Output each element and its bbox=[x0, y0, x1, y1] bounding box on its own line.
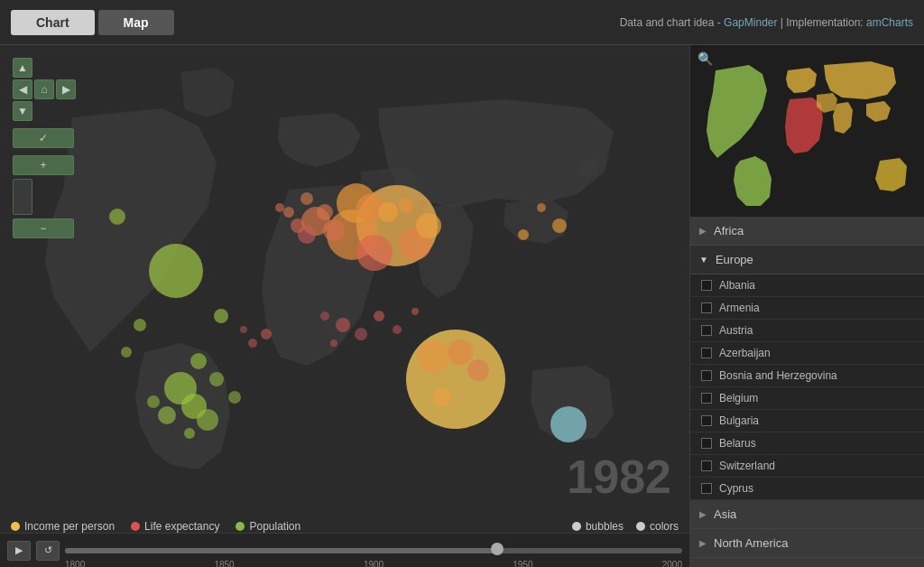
bubbles-label: bubbles bbox=[586, 520, 624, 533]
bubble[interactable] bbox=[109, 209, 125, 225]
pan-left-button[interactable]: ◀ bbox=[13, 79, 32, 99]
list-item[interactable]: Switzerland bbox=[690, 455, 924, 478]
tl-label-1800: 1800 bbox=[65, 560, 85, 568]
bubble[interactable] bbox=[214, 309, 228, 323]
bubble[interactable] bbox=[393, 325, 402, 334]
country-checkbox[interactable] bbox=[701, 415, 712, 426]
country-checkbox[interactable] bbox=[701, 302, 712, 313]
country-checkbox[interactable] bbox=[701, 393, 712, 404]
timeline-slider[interactable]: 1800 1850 1900 1950 2000 bbox=[65, 546, 682, 555]
bubble[interactable] bbox=[433, 388, 451, 406]
pan-down-button[interactable]: ▼ bbox=[13, 101, 32, 121]
bubble[interactable] bbox=[356, 235, 393, 271]
legend-right: bubbles colors bbox=[572, 520, 679, 533]
country-checkbox[interactable] bbox=[701, 348, 712, 358]
play-button[interactable]: ▶ bbox=[7, 541, 31, 561]
bubble[interactable] bbox=[467, 359, 489, 381]
bubble[interactable] bbox=[323, 219, 345, 241]
bubble[interactable] bbox=[121, 347, 132, 358]
bubble[interactable] bbox=[518, 229, 529, 240]
bubble[interactable] bbox=[355, 328, 367, 340]
bubble[interactable] bbox=[537, 203, 546, 212]
bubble[interactable] bbox=[417, 340, 449, 373]
pan-right-button[interactable]: ▶ bbox=[56, 79, 76, 99]
timeline-labels: 1800 1850 1900 1950 2000 bbox=[65, 557, 682, 568]
population-dot bbox=[236, 522, 245, 531]
country-name: Albania bbox=[719, 279, 755, 292]
country-checkbox[interactable] bbox=[701, 280, 712, 291]
bubble[interactable] bbox=[550, 406, 587, 442]
country-checkbox[interactable] bbox=[701, 438, 712, 449]
list-item[interactable]: Bulgaria bbox=[690, 410, 924, 432]
region-africa[interactable]: ▶ Africa bbox=[690, 217, 924, 246]
bubble[interactable] bbox=[330, 339, 337, 347]
list-item[interactable]: Albania bbox=[690, 274, 924, 297]
bubble[interactable] bbox=[190, 353, 207, 369]
bubble[interactable] bbox=[552, 218, 567, 233]
bubble[interactable] bbox=[197, 409, 218, 431]
list-item[interactable]: Belarus bbox=[690, 432, 924, 455]
list-item[interactable]: Armenia bbox=[690, 297, 924, 320]
amcharts-link[interactable]: amCharts bbox=[866, 16, 913, 29]
list-item[interactable]: Azerbaijan bbox=[690, 342, 924, 365]
country-checkbox[interactable] bbox=[701, 483, 712, 494]
list-item[interactable]: Bosnia and Herzegovina bbox=[690, 365, 924, 387]
bubble[interactable] bbox=[134, 319, 146, 331]
region-south-america[interactable]: ▶ South America bbox=[690, 558, 924, 567]
bubble[interactable] bbox=[275, 203, 284, 212]
country-checkbox[interactable] bbox=[701, 460, 712, 471]
bubble[interactable] bbox=[378, 202, 398, 222]
life-label: Life expectancy bbox=[144, 520, 219, 533]
tab-map[interactable]: Map bbox=[98, 10, 174, 35]
region-asia[interactable]: ▶ Asia bbox=[690, 500, 924, 529]
bubble[interactable] bbox=[158, 406, 176, 424]
map-area[interactable]: ▲ ◀ ⌂ ▶ ▼ ✓ + − bbox=[0, 45, 689, 567]
repeat-button[interactable]: ↺ bbox=[36, 541, 60, 561]
bubble[interactable] bbox=[248, 339, 257, 348]
country-checkbox[interactable] bbox=[701, 370, 712, 381]
bubble[interactable] bbox=[209, 372, 224, 386]
bubbles-dot bbox=[572, 522, 581, 531]
list-item[interactable]: Austria bbox=[690, 320, 924, 342]
home-button[interactable]: ⌂ bbox=[34, 79, 54, 99]
bubble[interactable] bbox=[240, 326, 247, 333]
bubble[interactable] bbox=[448, 339, 473, 365]
timeline-track bbox=[65, 548, 682, 553]
zoom-in-button[interactable]: + bbox=[13, 155, 74, 175]
bubble[interactable] bbox=[228, 391, 241, 404]
country-checkbox[interactable] bbox=[701, 325, 712, 336]
timeline-thumb[interactable] bbox=[491, 543, 504, 555]
colors-label: colors bbox=[650, 520, 679, 533]
bubble[interactable] bbox=[291, 218, 305, 233]
africa-label: Africa bbox=[714, 224, 744, 237]
country-name: Bulgaria bbox=[719, 414, 759, 427]
tab-chart[interactable]: Chart bbox=[11, 10, 95, 35]
bubble[interactable] bbox=[147, 395, 160, 408]
bubble[interactable] bbox=[399, 199, 413, 213]
bubble[interactable] bbox=[300, 192, 313, 205]
region-north-america[interactable]: ▶ North America bbox=[690, 529, 924, 558]
legend-colors[interactable]: colors bbox=[636, 520, 679, 533]
bubble[interactable] bbox=[411, 308, 419, 315]
bubble[interactable] bbox=[283, 207, 294, 218]
country-name: Cyprus bbox=[719, 482, 753, 495]
bubble[interactable] bbox=[320, 311, 329, 321]
bubble[interactable] bbox=[336, 318, 350, 332]
bubble[interactable] bbox=[149, 244, 203, 298]
pan-up-button[interactable]: ▲ bbox=[13, 58, 32, 78]
region-europe[interactable]: ▼ Europe bbox=[690, 246, 924, 274]
income-label: Income per person bbox=[24, 520, 115, 533]
check-button[interactable]: ✓ bbox=[13, 128, 74, 148]
bubble[interactable] bbox=[374, 311, 384, 321]
zoom-out-button[interactable]: − bbox=[13, 218, 74, 238]
bubble[interactable] bbox=[317, 204, 333, 220]
bubble[interactable] bbox=[184, 428, 195, 439]
list-item[interactable]: Belgium bbox=[690, 387, 924, 410]
gapminder-link[interactable]: GapMinder bbox=[724, 16, 777, 29]
legend-bubbles[interactable]: bubbles bbox=[572, 520, 624, 533]
bubble[interactable] bbox=[261, 329, 272, 339]
bubble[interactable] bbox=[416, 213, 441, 238]
list-item[interactable]: Cyprus bbox=[690, 478, 924, 500]
region-list: ▶ Africa ▼ Europe AlbaniaArmeniaAustriaA… bbox=[690, 217, 924, 567]
mini-map[interactable]: 🔍 bbox=[690, 45, 924, 217]
